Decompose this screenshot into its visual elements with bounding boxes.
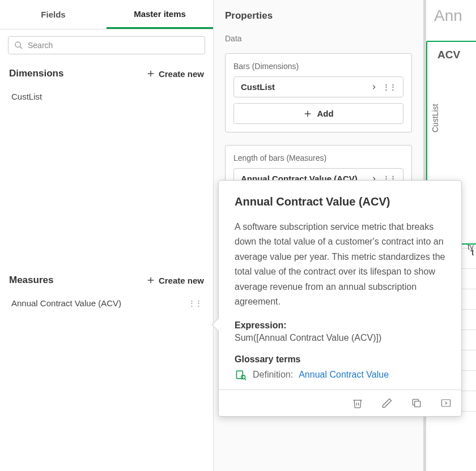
chart-axis-label: CustList bbox=[431, 104, 440, 132]
glossary-icon bbox=[235, 369, 247, 380]
svg-rect-8 bbox=[237, 371, 243, 379]
measure-details-popover: Annual Contract Value (ACV) A software s… bbox=[218, 180, 462, 417]
bars-card: Bars (Dimensions) CustList ⋮⋮ Add bbox=[225, 53, 412, 132]
measure-item-label: Annual Contract Value (ACV) bbox=[11, 298, 121, 308]
measures-header: Measures Create new bbox=[0, 267, 213, 292]
duplicate-icon[interactable] bbox=[410, 397, 423, 409]
search-icon bbox=[14, 41, 23, 50]
svg-line-10 bbox=[245, 379, 246, 380]
search-field[interactable] bbox=[28, 41, 199, 50]
drag-handle-icon[interactable]: ⋮⋮ bbox=[382, 83, 396, 91]
dimension-chip[interactable]: CustList ⋮⋮ bbox=[233, 76, 403, 97]
export-icon[interactable] bbox=[440, 397, 452, 409]
popover-title: Annual Contract Value (ACV) bbox=[235, 195, 445, 208]
add-dimension-button[interactable]: Add bbox=[233, 103, 403, 124]
expression-label: Expression: bbox=[235, 320, 445, 331]
popover-toolbar bbox=[219, 389, 461, 416]
tab-fields[interactable]: Fields bbox=[0, 0, 107, 29]
svg-rect-13 bbox=[415, 401, 420, 407]
svg-line-1 bbox=[20, 46, 22, 49]
bars-label: Bars (Dimensions) bbox=[233, 62, 403, 71]
create-dimension-label: Create new bbox=[159, 69, 204, 79]
chart-title: Ann bbox=[434, 7, 462, 25]
asset-tabs: Fields Master items bbox=[0, 0, 213, 29]
measures-title: Measures bbox=[9, 275, 53, 286]
data-section-label: Data bbox=[225, 34, 412, 43]
dimensions-title: Dimensions bbox=[9, 68, 63, 79]
svg-rect-14 bbox=[442, 400, 450, 406]
definition-label: Definition: bbox=[253, 370, 293, 380]
plus-icon bbox=[146, 276, 155, 285]
create-measure-label: Create new bbox=[159, 276, 204, 285]
dimensions-header: Dimensions Create new bbox=[0, 60, 213, 85]
plus-icon bbox=[146, 69, 155, 78]
chevron-right-icon bbox=[371, 83, 377, 91]
create-dimension-button[interactable]: Create new bbox=[146, 69, 204, 79]
edit-icon[interactable] bbox=[381, 397, 393, 409]
length-label: Length of bars (Measures) bbox=[233, 153, 403, 162]
plus-icon bbox=[303, 109, 312, 118]
measure-item[interactable]: Annual Contract Value (ACV) ⋮⋮ bbox=[0, 292, 213, 315]
delete-icon[interactable] bbox=[351, 397, 364, 409]
dimension-item-label: CustList bbox=[11, 92, 42, 101]
glossary-link[interactable]: Annual Contract Value bbox=[299, 370, 389, 380]
add-label: Add bbox=[317, 109, 333, 118]
svg-point-0 bbox=[15, 42, 20, 47]
tab-master-items[interactable]: Master items bbox=[107, 0, 213, 29]
drag-handle-icon[interactable]: ⋮⋮ bbox=[188, 299, 202, 307]
svg-point-9 bbox=[241, 375, 245, 379]
dimension-chip-label: CustList bbox=[241, 82, 275, 92]
chart-value-label: ACV bbox=[437, 49, 476, 61]
dimension-item[interactable]: CustList bbox=[0, 85, 213, 108]
expression-value: Sum([Annual Contract Value (ACV)]) bbox=[235, 333, 445, 343]
popover-description: A software subscription service metric t… bbox=[235, 220, 445, 309]
glossary-label: Glossary terms bbox=[235, 354, 445, 365]
assets-panel: Fields Master items Dimensions Create ne… bbox=[0, 0, 214, 471]
properties-title: Properties bbox=[225, 10, 412, 22]
search-input[interactable] bbox=[8, 36, 205, 54]
create-measure-button[interactable]: Create new bbox=[146, 276, 204, 285]
